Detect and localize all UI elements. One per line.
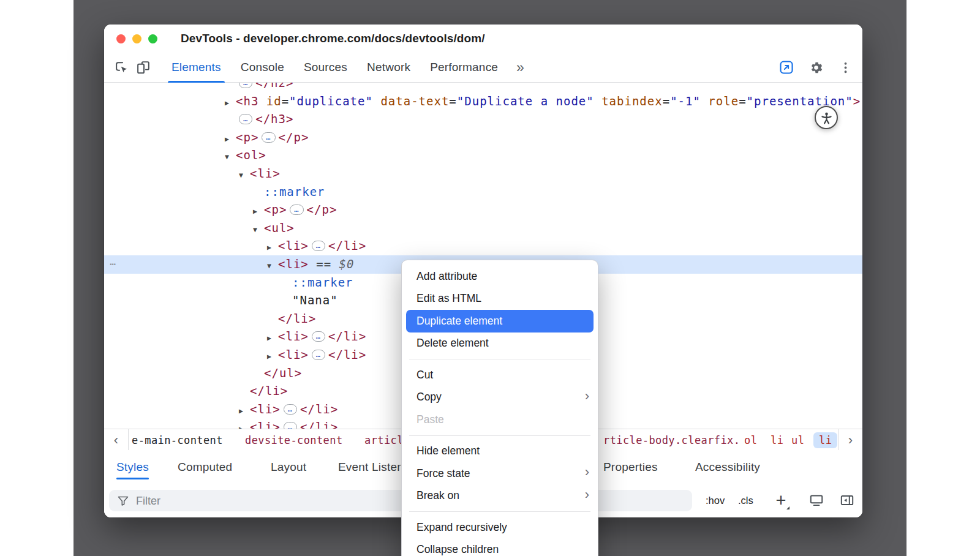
inline-expand-button[interactable]: … [239,114,252,124]
inline-expand-button[interactable]: … [312,241,325,251]
disclosure-closed-icon[interactable]: ▶ [225,130,236,149]
disclosure-closed-icon[interactable]: ▶ [253,203,264,221]
dom-tree-row[interactable]: ▶<p>…</p> [104,129,862,147]
inline-expand-button[interactable]: … [239,83,252,88]
breadcrumb-item[interactable]: e-main-content [132,429,223,451]
code-segment: role [708,94,739,108]
computed-styles-sidebar-button[interactable] [809,492,824,511]
menu-item-label: Force state [417,467,470,480]
traffic-lights [116,34,157,43]
breadcrumb-item[interactable]: ol [744,429,757,451]
minimize-button[interactable] [132,34,141,43]
new-style-rule-button[interactable]: + [771,484,791,517]
more-options-button[interactable] [834,56,856,78]
context-menu-item-copy[interactable]: Copy› [402,386,598,409]
code-segment: <li> [278,257,309,271]
breadcrumb-scroll-left-button[interactable]: ‹ [104,429,129,451]
filter-field[interactable] [109,490,692,511]
filter-funnel-icon [117,495,129,509]
menu-item-label: Duplicate element [417,315,502,328]
styles-tab-properties[interactable]: Properties [603,450,658,484]
dom-tree-row[interactable]: …</h3> [104,110,862,129]
dom-tree-row[interactable]: ::marker [104,183,862,201]
toggle-hover-state-button[interactable]: :hov [706,484,725,517]
context-menu-item-collapse-children[interactable]: Collapse children [402,539,598,556]
inline-expand-button[interactable]: … [284,404,297,415]
dom-tree-row[interactable]: ▶<li>…</li> [104,237,862,255]
styles-tab-accessibility[interactable]: Accessibility [695,450,760,484]
accessibility-overlay-button[interactable] [815,106,838,129]
context-menu-item-duplicate-element[interactable]: Duplicate element [406,310,594,332]
menu-item-label: Break on [417,489,459,502]
hide-sidebar-button[interactable] [839,492,855,511]
open-in-new-icon[interactable] [842,257,856,271]
tab-elements[interactable]: Elements [162,53,231,82]
tab-network[interactable]: Network [357,53,420,82]
chevron-left-icon: ‹ [114,432,119,448]
context-menu-item-force-state[interactable]: Force state› [402,462,598,485]
feature-badge-button[interactable] [775,56,797,78]
disclosure-closed-icon[interactable]: ▶ [225,94,236,113]
inline-expand-button[interactable]: … [312,350,325,360]
more-tabs-button[interactable]: » [508,59,533,76]
tab-performance[interactable]: Performance [420,53,508,82]
settings-button[interactable] [805,56,827,78]
context-menu-item-hide-element[interactable]: Hide element [402,440,598,463]
breadcrumb-item[interactable]: ul [791,429,804,451]
dom-tree-row[interactable]: …</h2> [104,83,862,92]
inline-expand-button[interactable]: … [284,422,297,429]
disclosure-closed-icon[interactable]: ▶ [239,420,250,429]
code-segment: </li> [328,239,366,252]
dom-tree-row[interactable]: ▼<li> [104,165,862,183]
code-segment: = [739,94,746,108]
disclosure-closed-icon[interactable]: ▶ [267,348,278,366]
dom-tree-row[interactable]: ▼<ul> [104,219,862,238]
code-segment: <p> [264,203,287,216]
code-segment: = [449,94,456,108]
inline-expand-button[interactable]: … [312,331,325,342]
inline-expand-button[interactable]: … [262,132,275,143]
menu-item-label: Copy [417,391,442,404]
context-menu-item-edit-as-html[interactable]: Edit as HTML [402,288,598,310]
disclosure-open-icon[interactable]: ▼ [253,221,264,239]
styles-tab-computed[interactable]: Computed [178,450,232,484]
zoom-button[interactable] [148,34,157,43]
disclosure-open-icon[interactable]: ▼ [239,167,250,185]
disclosure-closed-icon[interactable]: ▶ [239,402,250,421]
context-menu-item-expand-recursively[interactable]: Expand recursively [402,516,598,539]
breadcrumb-item[interactable]: li [771,429,783,451]
disclosure-closed-icon[interactable]: ▶ [267,329,278,348]
breadcrumb-scroll-right-button[interactable]: › [838,429,862,451]
disclosure-open-icon[interactable]: ▼ [225,148,236,167]
submenu-chevron-icon: › [585,487,589,503]
context-menu-item-add-attribute[interactable]: Add attribute [402,265,598,288]
inspect-element-button[interactable] [110,56,132,78]
menu-item-label: Delete element [417,337,489,350]
inline-expand-button[interactable]: … [290,205,303,215]
dom-tree-row[interactable]: ▼<ol> [104,146,862,165]
context-menu-item-break-on[interactable]: Break on› [402,485,598,508]
tab-console[interactable]: Console [231,53,294,82]
context-menu-item-paste: Paste [402,408,598,431]
close-button[interactable] [116,34,126,43]
code-segment: </p> [307,203,337,216]
dom-tree-row[interactable]: ▶<p>…</p> [104,201,862,219]
disclosure-open-icon[interactable]: ▼ [267,257,278,276]
styles-tab-layout[interactable]: Layout [271,450,306,484]
breadcrumb-item[interactable]: devsite-content [245,429,343,451]
context-menu-item-cut[interactable]: Cut [402,364,598,386]
tab-sources[interactable]: Sources [294,53,357,82]
device-toolbar-button[interactable] [132,56,154,78]
code-segment: ::marker [292,276,353,289]
toggle-class-button[interactable]: .cls [738,484,753,517]
menu-separator [409,359,590,359]
code-segment: <ol> [236,148,266,162]
dom-tree-row[interactable]: ▶<h3 id="duplicate" data-text="Duplicate… [104,92,862,111]
code-segment: = [282,94,289,108]
breadcrumb-item[interactable]: rticle-body.clearfix. [603,429,740,451]
breadcrumb-item[interactable]: li [813,432,837,448]
disclosure-closed-icon[interactable]: ▶ [267,239,278,257]
styles-tab-styles[interactable]: Styles [116,450,149,484]
context-menu-item-delete-element[interactable]: Delete element [402,332,598,355]
window-title: DevTools - developer.chrome.com/docs/dev… [181,24,485,53]
